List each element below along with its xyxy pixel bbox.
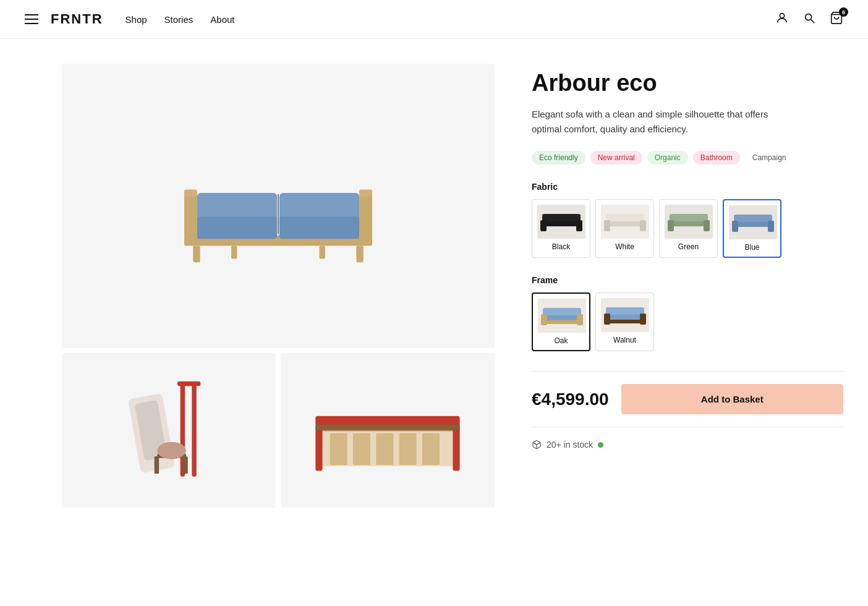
tag-new-arrival[interactable]: New arrival: [590, 151, 642, 164]
frame-option-walnut[interactable]: Walnut: [595, 292, 654, 351]
tag-eco-friendly[interactable]: Eco friendly: [532, 151, 585, 164]
tag-organic[interactable]: Organic: [647, 151, 688, 164]
thumbnail-2[interactable]: [281, 353, 495, 508]
product-title: Arbour eco: [532, 70, 843, 97]
svg-rect-15: [184, 189, 197, 196]
nav-link-shop[interactable]: Shop: [126, 14, 147, 25]
svg-rect-22: [177, 382, 200, 386]
product-gallery: [62, 64, 495, 508]
fabric-option-black[interactable]: Black: [532, 199, 590, 258]
svg-rect-57: [768, 221, 774, 232]
svg-rect-52: [704, 220, 710, 231]
main-content: Arbour eco Elegant sofa with a clean and…: [0, 39, 868, 532]
nav-link-stories[interactable]: Stories: [164, 14, 194, 25]
svg-rect-33: [422, 433, 440, 465]
svg-rect-42: [576, 220, 582, 231]
section-divider: [532, 371, 843, 372]
svg-rect-16: [359, 189, 372, 196]
svg-rect-47: [640, 220, 646, 231]
svg-rect-40: [542, 214, 581, 221]
fabric-label: Fabric: [532, 182, 843, 192]
svg-line-2: [811, 20, 815, 23]
nav-link-about[interactable]: About: [210, 14, 234, 25]
svg-point-26: [157, 442, 186, 459]
cart-icon[interactable]: 6: [830, 11, 843, 27]
svg-rect-69: [606, 320, 644, 323]
product-panel: Arbour eco Elegant sofa with a clean and…: [532, 64, 843, 508]
svg-rect-24: [155, 456, 159, 474]
product-description: Elegant sofa with a clean and simple sil…: [532, 107, 773, 138]
svg-rect-9: [184, 194, 197, 236]
svg-rect-60: [543, 308, 581, 315]
main-product-image: [62, 64, 495, 348]
fabric-option-green[interactable]: Green: [659, 199, 718, 258]
svg-rect-56: [732, 221, 738, 232]
frame-label-oak: Oak: [538, 336, 584, 345]
svg-rect-13: [197, 216, 277, 239]
svg-rect-10: [359, 194, 372, 236]
navbar: FRNTR Shop Stories About 6: [0, 0, 868, 39]
svg-rect-32: [399, 433, 417, 465]
frame-label: Frame: [532, 275, 843, 285]
product-price: €4,599.00: [532, 390, 609, 409]
svg-rect-14: [279, 216, 359, 239]
svg-rect-41: [540, 220, 547, 231]
fabric-label-black: Black: [537, 242, 585, 251]
svg-rect-29: [330, 433, 347, 465]
svg-rect-37: [315, 425, 459, 430]
frame-option-oak[interactable]: Oak: [532, 292, 590, 351]
svg-rect-35: [453, 425, 459, 471]
fabric-label-green: Green: [665, 242, 712, 251]
svg-rect-30: [353, 433, 370, 465]
svg-rect-50: [670, 214, 708, 221]
svg-rect-6: [356, 246, 363, 263]
fabric-options: Black White: [532, 199, 843, 258]
tag-campaign[interactable]: Campaign: [745, 151, 794, 164]
frame-label-walnut: Walnut: [601, 336, 649, 344]
svg-rect-5: [193, 246, 200, 263]
fabric-label-blue: Blue: [729, 243, 775, 252]
section-divider-2: [532, 427, 843, 427]
tag-bathroom[interactable]: Bathroom: [693, 151, 740, 164]
svg-rect-31: [376, 433, 393, 465]
svg-rect-55: [734, 215, 772, 222]
svg-point-0: [780, 14, 784, 18]
svg-rect-8: [320, 246, 326, 259]
logo: FRNTR: [51, 11, 103, 27]
add-to-basket-button[interactable]: Add to Basket: [621, 384, 843, 414]
stock-text: 20+ in stock: [547, 440, 593, 450]
product-tags: Eco friendly New arrival Organic Bathroo…: [532, 151, 843, 164]
svg-rect-7: [231, 246, 237, 259]
svg-rect-51: [668, 220, 674, 231]
product-thumbnails: [62, 353, 495, 508]
stock-status: 20+ in stock: [532, 440, 843, 450]
hamburger-menu[interactable]: [25, 14, 38, 24]
search-icon[interactable]: [802, 11, 816, 27]
account-icon[interactable]: [775, 11, 789, 27]
fabric-option-white[interactable]: White: [595, 199, 654, 258]
fabric-option-blue[interactable]: Blue: [723, 199, 781, 258]
svg-point-1: [806, 14, 812, 20]
svg-rect-66: [606, 307, 644, 315]
thumbnail-1[interactable]: [62, 353, 276, 508]
svg-rect-45: [606, 214, 644, 221]
svg-rect-63: [543, 320, 581, 324]
cart-badge: 6: [839, 7, 848, 17]
svg-rect-46: [604, 220, 610, 231]
fabric-label-white: White: [601, 242, 649, 251]
svg-rect-25: [183, 456, 187, 474]
svg-rect-34: [315, 425, 322, 471]
purchase-row: €4,599.00 Add to Basket: [532, 384, 843, 414]
stock-dot: [598, 442, 603, 448]
box-icon: [532, 440, 542, 450]
svg-rect-21: [192, 384, 196, 476]
frame-options: Oak Walnut: [532, 292, 843, 351]
